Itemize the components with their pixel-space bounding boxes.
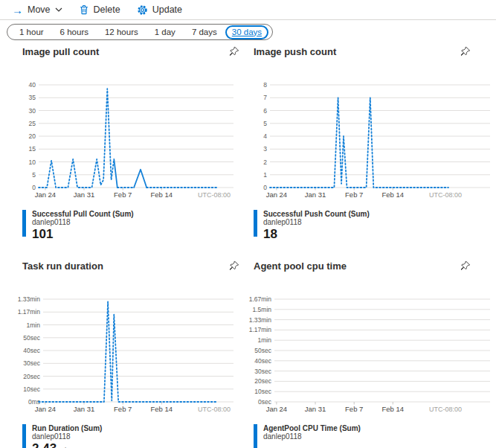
legend-metric-name: Successful Push Count (Sum) [263, 210, 370, 218]
pin-chart-button[interactable] [228, 46, 239, 60]
legend-value: 2.43min [32, 442, 102, 448]
svg-text:UTC-08:00: UTC-08:00 [429, 191, 462, 199]
svg-text:2: 2 [263, 159, 267, 166]
svg-text:35: 35 [29, 94, 36, 101]
chart-legend: Successful Push Count (Sum) danlep0118 1… [254, 210, 492, 243]
time-range-option-7-days[interactable]: 7 days [184, 25, 225, 39]
svg-text:UTC-08:00: UTC-08:00 [198, 406, 231, 413]
trash-icon [79, 4, 89, 15]
svg-text:40sec: 40sec [23, 347, 40, 354]
svg-text:10: 10 [29, 159, 36, 166]
time-range-option-12-hours[interactable]: 12 hours [97, 25, 146, 39]
svg-text:Jan 31: Jan 31 [74, 405, 95, 413]
legend-metric-name: Run Duration (Sum) [32, 424, 102, 432]
svg-text:50sec: 50sec [254, 347, 271, 354]
time-range-option-6-hours[interactable]: 6 hours [52, 25, 97, 39]
svg-text:Jan 24: Jan 24 [266, 191, 288, 199]
svg-text:Feb 14: Feb 14 [151, 405, 173, 413]
pushpin-icon [460, 260, 471, 272]
svg-text:Feb 7: Feb 7 [114, 191, 132, 199]
delete-button[interactable]: Delete [79, 4, 120, 15]
metric-line-chart[interactable]: 0sec10sec20sec30sec40sec50sec1min1.17min… [254, 290, 492, 418]
svg-text:5: 5 [32, 171, 36, 179]
time-range-option-1-day[interactable]: 1 day [146, 25, 184, 39]
legend-resource-name: danlep0118 [263, 432, 361, 441]
pin-chart-button[interactable] [460, 260, 471, 274]
svg-text:1.17min: 1.17min [18, 308, 41, 316]
update-button[interactable]: Update [137, 4, 182, 16]
svg-text:1min: 1min [258, 336, 272, 344]
svg-text:Jan 24: Jan 24 [266, 405, 288, 413]
svg-text:25: 25 [29, 120, 36, 127]
svg-text:50sec: 50sec [23, 334, 40, 342]
legend-resource-name: danlep0118 [32, 432, 102, 441]
svg-text:1.33min: 1.33min [249, 316, 272, 324]
pushpin-icon [228, 46, 239, 57]
svg-text:1.67min: 1.67min [249, 295, 272, 303]
pin-chart-button[interactable] [228, 260, 239, 274]
legend-value: 101 [32, 228, 134, 243]
svg-text:Feb 7: Feb 7 [345, 191, 363, 199]
svg-text:5: 5 [263, 120, 267, 127]
svg-text:30: 30 [29, 107, 36, 115]
move-arrow-icon: → [12, 4, 23, 16]
chart-title: Agent pool cpu time [254, 260, 347, 272]
metric-chart-card-task-run-duration: Task run duration 0ms10sec20sec30sec40se… [22, 260, 260, 448]
svg-text:30sec: 30sec [23, 359, 40, 367]
time-range-option-1-hour[interactable]: 1 hour [11, 25, 52, 39]
svg-text:UTC-08:00: UTC-08:00 [198, 191, 231, 199]
svg-text:4: 4 [263, 132, 267, 140]
chart-legend: Successful Pull Count (Sum) danlep0118 1… [22, 210, 260, 243]
legend-value: -- [263, 442, 361, 448]
move-label: Move [28, 4, 51, 15]
svg-text:1: 1 [263, 171, 267, 179]
metric-line-chart[interactable]: 0ms10sec20sec30sec40sec50sec1min1.17min1… [22, 290, 260, 418]
svg-text:40sec: 40sec [254, 357, 271, 365]
legend-color-bar [22, 210, 26, 237]
toolbar: → Move Delete Update [0, 0, 496, 20]
svg-text:20: 20 [29, 132, 36, 140]
svg-text:1.17min: 1.17min [249, 326, 272, 333]
svg-text:UTC-08:00: UTC-08:00 [429, 406, 462, 413]
svg-text:40: 40 [29, 81, 36, 89]
gear-icon [137, 4, 148, 16]
legend-resource-name: danlep0118 [32, 218, 134, 227]
legend-color-bar [254, 210, 257, 237]
chart-title: Task run duration [22, 260, 103, 272]
svg-text:1min: 1min [27, 321, 41, 329]
svg-text:8: 8 [263, 81, 267, 89]
metric-line-chart[interactable]: 0510152025303540Jan 24Jan 31Feb 7Feb 14U… [22, 76, 260, 204]
svg-text:20sec: 20sec [254, 377, 271, 385]
time-range-option-30-days[interactable]: 30 days [225, 25, 268, 39]
chart-title: Image push count [254, 46, 336, 58]
svg-text:10sec: 10sec [254, 388, 271, 395]
svg-text:20sec: 20sec [23, 373, 40, 380]
svg-text:Feb 14: Feb 14 [382, 405, 405, 413]
svg-text:1.5min: 1.5min [252, 306, 271, 313]
svg-text:Jan 31: Jan 31 [74, 191, 95, 199]
move-button[interactable]: → Move [12, 4, 62, 16]
svg-text:Jan 31: Jan 31 [305, 191, 326, 199]
svg-text:Jan 24: Jan 24 [35, 405, 57, 413]
metric-chart-card-image-push-count: Image push count 012345678Jan 24Jan 31Fe… [254, 46, 492, 243]
chart-legend: Run Duration (Sum) danlep0118 2.43min [22, 424, 260, 448]
svg-text:Feb 7: Feb 7 [114, 405, 132, 413]
chevron-down-icon [55, 7, 62, 12]
legend-resource-name: danlep0118 [263, 218, 370, 227]
legend-color-bar [22, 424, 26, 448]
svg-text:7: 7 [263, 94, 267, 101]
svg-text:30sec: 30sec [254, 368, 271, 375]
pushpin-icon [460, 46, 471, 57]
pushpin-icon [228, 260, 239, 272]
update-label: Update [152, 4, 182, 15]
svg-text:3: 3 [263, 145, 267, 153]
pin-chart-button[interactable] [460, 46, 471, 60]
chart-legend: AgentPool CPU Time (Sum) danlep0118 -- [254, 424, 492, 448]
svg-text:6: 6 [263, 107, 267, 115]
svg-text:Feb 14: Feb 14 [151, 191, 173, 199]
svg-text:10sec: 10sec [23, 385, 40, 393]
svg-text:15: 15 [29, 145, 36, 153]
chart-title: Image pull count [22, 46, 99, 58]
metric-line-chart[interactable]: 012345678Jan 24Jan 31Feb 7Feb 14UTC-08:0… [254, 76, 492, 204]
legend-value: 18 [263, 228, 370, 243]
